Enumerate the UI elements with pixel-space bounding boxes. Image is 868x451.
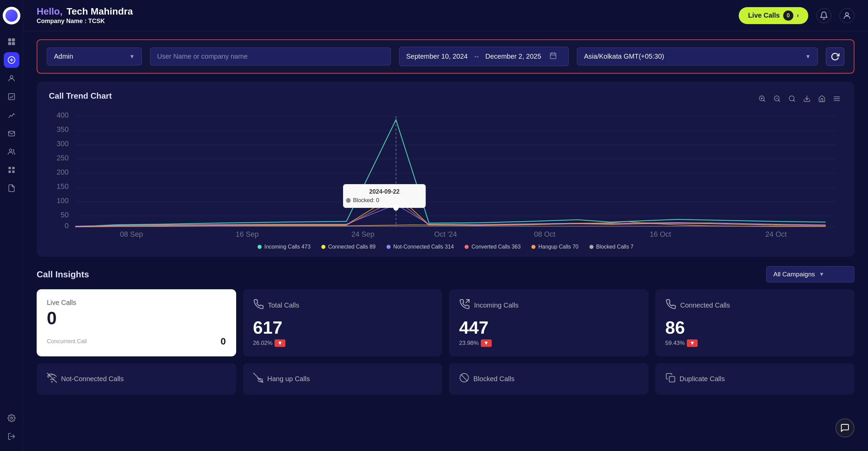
date-start: September 10, 2024 — [406, 53, 468, 60]
live-calls-card-value: 0 — [47, 309, 226, 328]
sidebar-item-analytics[interactable] — [4, 52, 19, 68]
legend-label-incoming: Incoming Calls 473 — [264, 244, 310, 250]
hangup-icon — [253, 373, 263, 385]
live-calls-arrow: › — [797, 12, 799, 19]
legend-dot-incoming — [258, 245, 262, 249]
svg-text:Blocked: 0: Blocked: 0 — [353, 197, 379, 203]
insights-title: Call Insights — [37, 269, 89, 280]
search-chart-icon[interactable] — [787, 93, 797, 104]
date-range-picker[interactable]: September 10, 2024 ↔ December 2, 2025 — [399, 47, 569, 66]
zoom-out-icon[interactable] — [772, 93, 782, 104]
svg-rect-0 — [8, 38, 11, 41]
date-end: December 2, 2025 — [485, 53, 541, 60]
live-calls-card-footer: Concurrent Call 0 — [47, 336, 226, 347]
svg-text:50: 50 — [61, 211, 69, 219]
notification-icon[interactable] — [816, 8, 831, 23]
incoming-calls-icon — [459, 299, 470, 312]
user-search-input[interactable]: User Name or company name — [150, 47, 391, 65]
filter-bar: Admin ▼ User Name or company name Septem… — [37, 39, 854, 74]
user-avatar-icon[interactable] — [839, 8, 854, 23]
sidebar — [0, 0, 23, 451]
blocked-header: Blocked Calls — [459, 373, 638, 385]
svg-rect-3 — [12, 42, 15, 45]
incoming-calls-label: Incoming Calls — [474, 301, 518, 309]
legend-connected: Connected Calls 89 — [321, 244, 376, 250]
svg-text:400: 400 — [57, 111, 69, 119]
svg-text:24 Sep: 24 Sep — [352, 230, 375, 238]
legend-dot-connected — [321, 245, 325, 249]
svg-rect-15 — [550, 53, 556, 59]
sidebar-item-contacts[interactable] — [4, 71, 19, 86]
zoom-in-icon[interactable] — [757, 93, 768, 104]
sidebar-item-dashboard[interactable] — [4, 34, 19, 50]
svg-rect-9 — [8, 167, 11, 169]
legend-hangup: Hangup Calls 70 — [531, 244, 578, 250]
chart-legend: Incoming Calls 473 Connected Calls 89 No… — [49, 244, 842, 250]
svg-point-8 — [9, 149, 12, 152]
svg-text:08 Sep: 08 Sep — [120, 230, 143, 238]
total-calls-card: Total Calls 617 26.02% ▼ — [243, 289, 442, 356]
campaign-select[interactable]: All Campaigns ▼ — [766, 266, 854, 282]
svg-text:250: 250 — [57, 154, 69, 162]
incoming-calls-value: 447 — [459, 318, 638, 337]
svg-rect-12 — [12, 171, 15, 173]
svg-text:16 Oct: 16 Oct — [650, 230, 671, 238]
role-select[interactable]: Admin ▼ — [47, 47, 142, 65]
svg-text:200: 200 — [57, 168, 69, 176]
insight-cards-bottom: Not-Connected Calls Hang up Calls Blocke… — [37, 363, 854, 395]
live-calls-button[interactable]: Live Calls 0 › — [739, 7, 808, 24]
sidebar-item-campaigns[interactable] — [4, 89, 19, 104]
topbar-title: Hello, Tech Mahindra Company Name : TCSK — [37, 6, 133, 25]
duplicate-label: Duplicate Calls — [680, 375, 725, 383]
sidebar-item-messages[interactable] — [4, 125, 19, 141]
greeting: Hello, Tech Mahindra — [37, 6, 133, 17]
home-chart-icon[interactable] — [816, 93, 827, 104]
svg-point-13 — [11, 417, 13, 419]
blocked-card: Blocked Calls — [449, 363, 648, 395]
timezone-chevron-icon: ▼ — [805, 54, 811, 60]
legend-incoming: Incoming Calls 473 — [258, 244, 310, 250]
hangup-header: Hang up Calls — [253, 373, 432, 385]
live-calls-card: Live Calls 0 Concurrent Call 0 — [37, 289, 236, 356]
total-calls-icon — [253, 299, 264, 312]
sidebar-item-settings[interactable] — [4, 410, 19, 426]
refresh-button[interactable] — [826, 47, 844, 66]
sidebar-item-grid[interactable] — [4, 162, 19, 178]
topbar: Hello, Tech Mahindra Company Name : TCSK… — [23, 0, 868, 31]
incoming-calls-badge: 23.98% ▼ — [459, 339, 638, 347]
timezone-select[interactable]: Asia/Kolkata GMT(+05:30) ▼ — [577, 47, 818, 65]
sidebar-item-files[interactable] — [4, 180, 19, 196]
download-chart-icon[interactable] — [801, 93, 812, 104]
svg-rect-6 — [8, 94, 15, 100]
sidebar-item-users[interactable] — [4, 144, 19, 159]
legend-dot-blocked — [589, 245, 593, 249]
chart-svg: 400 350 300 250 200 150 100 50 0 08 Sep … — [49, 110, 842, 238]
not-connected-card: Not-Connected Calls — [37, 363, 236, 395]
chat-bubble[interactable] — [835, 418, 854, 437]
svg-line-63 — [466, 300, 469, 303]
legend-dot-not-connected — [386, 245, 391, 249]
sidebar-item-trending[interactable] — [4, 107, 19, 123]
svg-rect-11 — [8, 171, 11, 173]
svg-point-14 — [846, 13, 849, 16]
call-insights-section: Call Insights All Campaigns ▼ Live Calls… — [37, 266, 854, 395]
blocked-label: Blocked Calls — [473, 375, 514, 383]
svg-rect-68 — [669, 376, 675, 382]
legend-blocked: Blocked Calls 7 — [589, 244, 634, 250]
svg-text:08 Oct: 08 Oct — [534, 230, 555, 238]
call-trend-chart-card: Call Trend Chart — [37, 82, 854, 257]
user-search-placeholder: User Name or company name — [157, 53, 248, 60]
app-logo[interactable] — [3, 7, 20, 24]
topbar-actions: Live Calls 0 › — [739, 7, 854, 24]
total-calls-trend-badge: ▼ — [275, 339, 285, 347]
role-label: Admin — [54, 53, 73, 60]
legend-label-converted: Converted Calls 363 — [471, 244, 521, 250]
legend-converted: Converted Calls 363 — [465, 244, 521, 250]
svg-point-5 — [10, 76, 13, 78]
sidebar-item-logout[interactable] — [4, 429, 19, 444]
timezone-label: Asia/Kolkata GMT(+05:30) — [584, 53, 664, 60]
menu-chart-icon[interactable] — [831, 93, 842, 104]
incoming-down-arrow-icon: ▼ — [484, 340, 489, 346]
incoming-calls-card: Incoming Calls 447 23.98% ▼ — [449, 289, 648, 356]
duplicate-icon — [665, 373, 676, 385]
